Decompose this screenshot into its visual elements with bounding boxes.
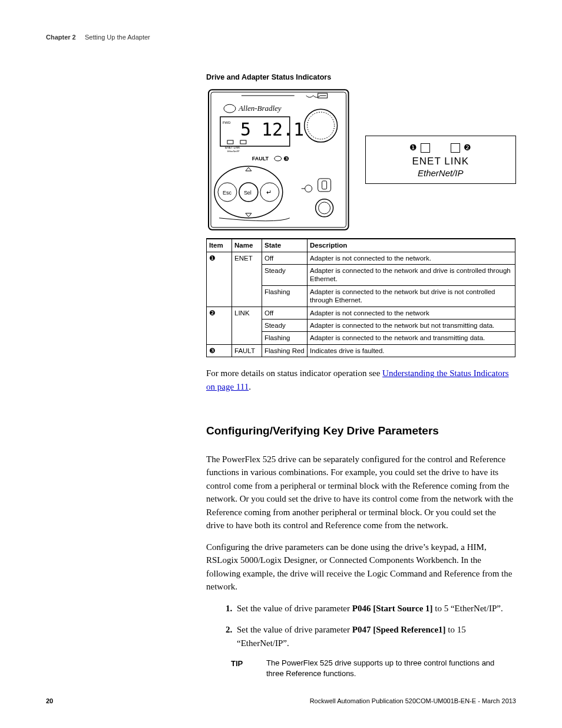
svg-text:EtherNet/IP: EtherNet/IP (227, 150, 240, 153)
tip-label: TIP (231, 658, 249, 679)
step-item: Set the value of drive parameter P047 [S… (234, 623, 516, 650)
svg-text:5 12.1: 5 12.1 (240, 119, 304, 140)
svg-text:↵: ↵ (266, 189, 272, 196)
svg-point-14 (308, 112, 335, 139)
status-link-para: For more details on status indicator ope… (206, 367, 516, 393)
table-header: State (262, 239, 308, 252)
indicator-callout: ❶ ❷ ENET LINK EtherNet/IP (365, 136, 516, 184)
svg-rect-10 (240, 140, 246, 144)
link-led-icon (451, 143, 460, 153)
svg-text:Sel: Sel (244, 190, 252, 196)
svg-text:Allen-Bradley: Allen-Bradley (238, 104, 282, 113)
figure-row: Allen-Bradley FWD 5 12.1 ENET LINK Ether… (206, 87, 516, 232)
svg-rect-26 (322, 181, 327, 189)
step-item: Set the value of drive parameter P046 [S… (234, 602, 516, 615)
table-header: Name (232, 239, 262, 252)
page-number: 20 (46, 696, 53, 706)
tip-body: The PowerFlex 525 drive supports up to t… (266, 658, 514, 679)
callout-line3: EtherNet/IP (366, 167, 515, 180)
config-para-1: The PowerFlex 525 drive can be separatel… (206, 453, 516, 532)
table-header: Item (207, 239, 232, 252)
drive-device-illustration: Allen-Bradley FWD 5 12.1 ENET LINK Ether… (206, 87, 351, 232)
svg-text:❸: ❸ (283, 155, 289, 162)
steps-list: Set the value of drive parameter P046 [S… (206, 602, 516, 650)
svg-point-29 (319, 202, 330, 214)
config-para-2: Configuring the drive parameters can be … (206, 541, 516, 594)
svg-text:FAULT: FAULT (252, 156, 269, 162)
svg-point-13 (305, 109, 338, 142)
page-header: Chapter 2 Setting Up the Adapter (46, 32, 516, 42)
table-row: ❶ENETOffAdapter is not connected to the … (207, 252, 515, 264)
header-title: Setting Up the Adapter (85, 34, 150, 41)
svg-text:FWD: FWD (223, 121, 231, 124)
tip-block: TIP The PowerFlex 525 drive supports up … (231, 658, 514, 679)
chapter-label: Chapter 2 (46, 34, 76, 41)
section-heading: Configuring/Verifying Key Drive Paramete… (206, 423, 516, 440)
table-row: ❷LINKOffAdapter is not connected to the … (207, 307, 515, 319)
figure-title: Drive and Adapter Status Indicators (206, 72, 516, 83)
svg-point-16 (275, 156, 282, 161)
svg-point-4 (224, 104, 236, 113)
callout-n1: ❶ (409, 143, 417, 152)
svg-point-27 (305, 185, 312, 192)
svg-text:ENET LINK: ENET LINK (225, 146, 240, 149)
page-footer: 20 Rockwell Automation Publication 520CO… (46, 696, 516, 706)
table-header: Description (308, 239, 515, 252)
svg-text:Esc: Esc (223, 190, 232, 196)
svg-rect-25 (318, 179, 331, 192)
status-table: ItemNameStateDescription ❶ENETOffAdapter… (206, 238, 515, 357)
enet-led-icon (421, 143, 430, 153)
publication-id: Rockwell Automation Publication 520COM-U… (310, 696, 516, 706)
svg-rect-9 (227, 140, 233, 144)
table-row: ❸FAULTFlashing RedIndicates drive is fau… (207, 344, 515, 357)
callout-n2: ❷ (464, 143, 471, 152)
